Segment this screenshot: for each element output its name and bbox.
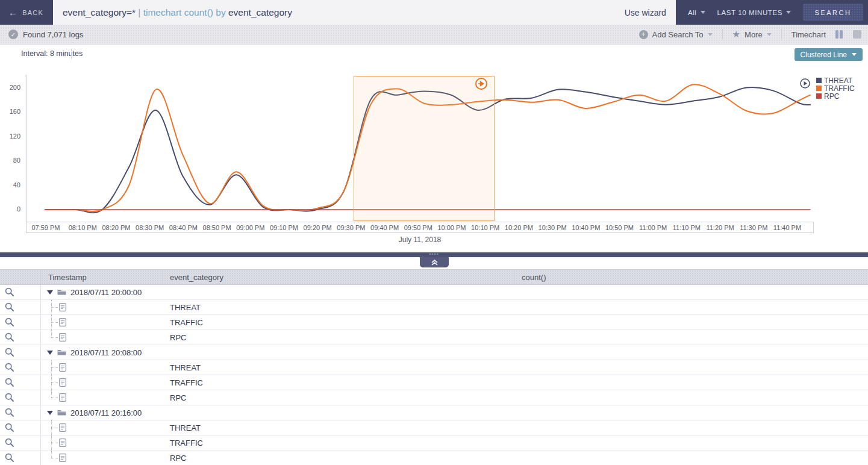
aggregate-table: Timestamp event_category count() 2018/07… bbox=[0, 269, 868, 465]
count-cell bbox=[514, 435, 868, 450]
more-dropdown[interactable]: ★ More bbox=[732, 29, 772, 40]
legend-swatch bbox=[816, 86, 822, 91]
x-tick-label: 10:20 PM bbox=[499, 224, 538, 231]
view-log-search-button[interactable] bbox=[0, 330, 41, 345]
timechart-panel: Interval: 8 minutes Clustered Line 04080… bbox=[0, 45, 868, 252]
event-category-cell: THREAT bbox=[163, 300, 514, 314]
x-tick-label: 09:50 PM bbox=[399, 224, 437, 231]
event-category-cell: THREAT bbox=[163, 360, 514, 375]
magnifier-icon bbox=[5, 393, 14, 402]
legend-item-traffic[interactable]: TRAFFIC bbox=[816, 84, 855, 92]
table-row: RPC bbox=[0, 330, 868, 345]
table-row: TRAFFIC bbox=[0, 375, 868, 390]
document-icon bbox=[59, 303, 66, 311]
back-arrow-icon: ← bbox=[8, 8, 18, 17]
view-log-search-button[interactable] bbox=[0, 435, 41, 450]
view-log-search-button[interactable] bbox=[0, 390, 41, 405]
x-tick-label: 11:10 PM bbox=[667, 224, 706, 231]
x-tick-label: 10:00 PM bbox=[432, 224, 471, 231]
x-tick-label: 11:20 PM bbox=[701, 224, 740, 231]
table-row: THREAT bbox=[0, 420, 868, 435]
count-column-header[interactable]: count() bbox=[514, 270, 868, 284]
view-log-search-button[interactable] bbox=[0, 375, 41, 390]
folder-icon bbox=[57, 349, 66, 355]
x-tick-label: 11:40 PM bbox=[768, 224, 807, 231]
magnifier-icon bbox=[5, 438, 14, 448]
group-timestamp: 2018/07/11 20:00:00 bbox=[70, 288, 142, 297]
add-search-to-dropdown[interactable]: + Add Search To bbox=[639, 30, 713, 39]
x-tick-label: 07:59 PM bbox=[27, 224, 65, 231]
expand-triangle-icon bbox=[47, 411, 53, 415]
legend-swatch bbox=[816, 78, 822, 83]
magnifier-icon bbox=[5, 287, 14, 297]
table-row: TRAFFIC bbox=[0, 315, 868, 330]
group-expand-toggle[interactable]: 2018/07/11 20:16:00 bbox=[41, 408, 142, 417]
view-log-search-button[interactable] bbox=[0, 285, 41, 299]
legend-label: RPC bbox=[824, 92, 839, 101]
magnifier-icon bbox=[5, 408, 14, 417]
single-panel-layout-icon[interactable] bbox=[852, 30, 862, 39]
event-category-column-header[interactable]: event_category bbox=[163, 270, 514, 284]
legend-item-threat[interactable]: THREAT bbox=[816, 76, 855, 84]
found-logs-label: Found 7,071 logs bbox=[23, 30, 83, 39]
scope-dropdown[interactable]: All bbox=[684, 9, 709, 16]
group-expand-toggle[interactable]: 2018/07/11 20:08:00 bbox=[41, 348, 142, 357]
x-tick-label: 09:00 PM bbox=[231, 224, 270, 231]
zoom-to-selection-icon[interactable] bbox=[475, 77, 488, 93]
view-log-search-button[interactable] bbox=[0, 405, 41, 420]
table-row: THREAT bbox=[0, 360, 868, 375]
view-log-search-button[interactable] bbox=[0, 345, 41, 360]
table-row: RPC bbox=[0, 451, 868, 465]
magnifier-icon bbox=[5, 317, 14, 327]
event-category-cell: RPC bbox=[163, 330, 514, 345]
result-status-bar: ✓ Found 7,071 logs + Add Search To ★ Mor… bbox=[0, 25, 868, 45]
y-tick-label: 40 bbox=[0, 181, 20, 189]
scope-label: All bbox=[688, 9, 697, 16]
count-cell bbox=[514, 375, 868, 390]
panel-divider[interactable]: •••• bbox=[0, 252, 868, 257]
tree-line bbox=[51, 398, 58, 398]
x-tick-label: 11:00 PM bbox=[634, 224, 672, 231]
group-timestamp: 2018/07/11 20:16:00 bbox=[70, 408, 142, 417]
document-icon bbox=[59, 454, 66, 462]
x-tick-label: 09:10 PM bbox=[264, 224, 303, 231]
x-axis[interactable]: 07:59 PM08:10 PM08:20 PM08:30 PM08:40 PM… bbox=[26, 222, 814, 233]
group-expand-toggle[interactable]: 2018/07/11 20:00:00 bbox=[41, 288, 142, 297]
query-segment: | bbox=[136, 7, 143, 17]
tree-line bbox=[51, 307, 58, 308]
x-tick-label: 10:10 PM bbox=[466, 224, 505, 231]
document-icon bbox=[59, 378, 66, 387]
event-category-cell: TRAFFIC bbox=[163, 315, 514, 329]
view-log-search-button[interactable] bbox=[0, 360, 41, 375]
x-tick-label: 10:30 PM bbox=[533, 224, 572, 231]
back-button[interactable]: ← BACK bbox=[0, 0, 53, 25]
collapse-panel-button[interactable] bbox=[420, 257, 449, 267]
count-cell bbox=[514, 330, 868, 345]
view-log-search-button[interactable] bbox=[0, 451, 41, 465]
search-query-input[interactable]: event_category=* | timechart count() by … bbox=[63, 7, 292, 18]
drag-handle-icon: •••• bbox=[429, 252, 439, 257]
expand-triangle-icon bbox=[47, 290, 53, 295]
expand-triangle-icon bbox=[47, 351, 53, 355]
x-tick-label: 08:40 PM bbox=[164, 224, 202, 231]
y-tick-label: 160 bbox=[0, 108, 20, 115]
chart-selection-region[interactable] bbox=[354, 76, 495, 221]
search-button[interactable]: SEARCH bbox=[803, 4, 863, 21]
magnifier-icon bbox=[5, 423, 14, 432]
group-timestamp: 2018/07/11 20:08:00 bbox=[70, 348, 142, 357]
tree-line bbox=[51, 367, 58, 368]
tree-line bbox=[51, 458, 58, 458]
x-tick-label: 10:50 PM bbox=[600, 224, 639, 231]
time-range-dropdown[interactable]: LAST 10 MINUTES bbox=[714, 9, 795, 16]
play-button[interactable] bbox=[800, 78, 810, 91]
split-columns-layout-icon[interactable] bbox=[834, 30, 844, 39]
y-tick-label: 0 bbox=[0, 205, 20, 213]
timestamp-column-header[interactable]: Timestamp bbox=[41, 270, 163, 284]
view-log-search-button[interactable] bbox=[0, 420, 41, 435]
use-wizard-link[interactable]: Use wizard bbox=[613, 8, 666, 17]
view-log-search-button[interactable] bbox=[0, 300, 41, 314]
table-header-row: Timestamp event_category count() bbox=[0, 269, 868, 285]
legend-item-rpc[interactable]: RPC bbox=[816, 92, 855, 100]
magnifier-icon bbox=[5, 453, 14, 463]
view-log-search-button[interactable] bbox=[0, 315, 41, 329]
